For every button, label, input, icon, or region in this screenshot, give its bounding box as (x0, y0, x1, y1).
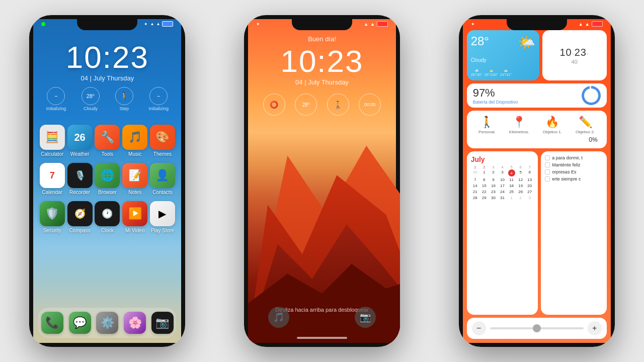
weather-widget[interactable]: 28° 🌤️ Cloudy ☁️28°/30° ⛅26°/100° 🌥️23°/… (467, 30, 539, 80)
cal-d-15: 15 (480, 183, 489, 189)
svg-marker-3 (248, 264, 400, 343)
lock-music-icon[interactable]: 🎵 (268, 307, 289, 328)
app-calendar[interactable]: 7 Calendar (38, 163, 66, 195)
browser-label: Browser (98, 190, 117, 195)
fitness-item-km: 📍 Kilómetros. (509, 116, 529, 134)
calculator-label: Calculator (41, 151, 63, 157)
app-contacts[interactable]: 👤 Contacts (149, 163, 177, 195)
forecast-2: ⛅26°/100° (485, 69, 498, 76)
app-compass[interactable]: 🧭 Compass (66, 201, 94, 233)
app-clock[interactable]: 🕐 Clock (94, 201, 121, 233)
lock-time: 10:23 (248, 43, 396, 79)
notes-icon: 📝 (122, 163, 147, 188)
mivideo-icon: ▶️ (122, 201, 147, 226)
bottom-widget-row: July 1 2 3 4 5 6 7 30 1 2 3 (467, 151, 607, 315)
status-icons-1: ✦ ▲ ▲ (144, 21, 173, 27)
widget-step-circle: 🚶 (115, 87, 133, 105)
cal-d-14: 14 (471, 183, 479, 189)
clock-icon: 🕐 (95, 201, 120, 226)
battery-icon3 (592, 21, 603, 27)
volume-thumb[interactable] (533, 324, 541, 332)
dock-settings[interactable]: ⚙️ (96, 312, 118, 334)
dock-lotus[interactable]: 🌸 (124, 312, 146, 334)
fitness-obj2-label: Objetivo 2. (576, 130, 595, 134)
cal-d-7: 7 (471, 177, 479, 183)
phone2-lock: ✦ ▲ ▲ Buen día! 10:23 04 | July Thursday… (244, 15, 400, 347)
fitness-pen-icon: ✏️ (579, 116, 592, 129)
widget-circle1: − (47, 87, 65, 105)
dock: 📞 💬 ⚙️ 🌸 📷 (38, 308, 176, 338)
volume-slider[interactable] (490, 327, 584, 329)
cal-h3: 3 (489, 165, 498, 169)
app-grid: 🧮 Calculator 26 Weather 🔧 Tools 🎵 Music … (38, 125, 176, 239)
app-tools[interactable]: 🔧 Tools (94, 125, 121, 157)
cal-d-2: 2 (489, 169, 498, 176)
fitness-obj1-label: Objetivo 1. (543, 130, 562, 134)
lock-camera-icon[interactable]: 📷 (355, 307, 376, 328)
cal-d-31: 31 (498, 195, 507, 201)
cal-h7: 7 (525, 165, 534, 169)
battery-icon (162, 21, 173, 27)
status-bar-2: ✦ ▲ ▲ (248, 21, 396, 27)
security-label: Security (43, 228, 61, 233)
weather-forecast: ☁️28°/30° ⛅26°/100° 🌥️23°/31° (471, 69, 535, 76)
calendar-label: Calendar (42, 190, 62, 195)
cal-h5: 5 (507, 165, 516, 169)
playstore-label: Play Store (151, 228, 174, 233)
note-checkbox-1 (545, 155, 550, 160)
battery-text: 97% Batería del Dispositivo (473, 86, 578, 105)
recorder-label: Recorder (69, 190, 90, 195)
cal-d-30b: 30 (489, 195, 498, 201)
dock-phone[interactable]: 📞 (41, 312, 63, 334)
volume-minus-button[interactable]: − (472, 321, 486, 335)
themes-label: Themes (153, 151, 172, 157)
volume-plus-button[interactable]: + (588, 321, 602, 335)
cal-d-8: 8 (480, 177, 489, 183)
dock-camera[interactable]: 📷 (151, 312, 174, 334)
notes-widget[interactable]: a para dormir, t Manténte feliz orpresas… (541, 151, 606, 315)
cal-h6: 6 (516, 165, 525, 169)
note-text-4: erte siempre c (552, 176, 581, 182)
top-widget-row: 28° 🌤️ Cloudy ☁️28°/30° ⛅26°/100° 🌥️23°/… (467, 30, 607, 80)
clock-widget[interactable]: 10·23· 40 (542, 30, 607, 80)
app-browser[interactable]: 🌐 Browser (94, 163, 121, 195)
volume-widget[interactable]: − + (467, 318, 607, 339)
app-calculator[interactable]: 🧮 Calculator (38, 125, 66, 157)
app-notes[interactable]: 📝 Notes (121, 163, 149, 195)
cal-d-3b: 3 (525, 195, 534, 201)
cal-d-9: 9 (489, 177, 498, 183)
cal-d-20: 20 (525, 183, 534, 189)
app-mivideo[interactable]: ▶️ Mi Video (121, 201, 149, 233)
app-recorder[interactable]: 🎙️ Recorder (66, 163, 94, 195)
signal-icon: ▲ (150, 22, 154, 26)
cal-d-27: 27 (525, 189, 534, 195)
fitness-widget[interactable]: 🚶 Personal. 📍 Kilómetros. 🔥 Objetivo 1. … (467, 111, 607, 148)
app-playstore[interactable]: ▶ Play Store (149, 201, 177, 233)
music-label: Music (128, 151, 141, 157)
app-themes[interactable]: 🎨 Themes (149, 125, 177, 157)
widget-weather: 28° Cloudy (82, 87, 100, 111)
note-item-4: erte siempre c (545, 176, 602, 182)
cal-d-4-today: 4 (508, 169, 515, 176)
cal-d-19: 19 (516, 183, 525, 189)
cal-d-30: 30 (471, 169, 479, 176)
app-security[interactable]: 🛡️ Security (38, 201, 66, 233)
calendar-widget[interactable]: July 1 2 3 4 5 6 7 30 1 2 3 (467, 151, 538, 315)
app-music[interactable]: 🎵 Music (121, 125, 149, 157)
cal-d-29: 29 (480, 195, 489, 201)
cal-d-21: 21 (471, 189, 479, 195)
note-text-1: a para dormir, t (552, 155, 583, 160)
music-icon: 🎵 (122, 125, 147, 150)
battery-label: Batería del Dispositivo (473, 100, 578, 105)
note-text-3: orpresas Es (552, 169, 576, 174)
widget-initializing1: − Initializing (46, 87, 66, 111)
app-row-2: 7 Calendar 🎙️ Recorder 🌐 Browser 📝 Notes… (38, 163, 176, 195)
cal-d-11: 11 (507, 177, 516, 183)
dock-messages[interactable]: 💬 (69, 312, 91, 334)
cal-d-13: 13 (525, 177, 534, 183)
battery-widget[interactable]: 97% Batería del Dispositivo (467, 83, 607, 108)
contacts-label: Contacts (152, 190, 172, 195)
forecast-1: ☁️28°/30° (471, 69, 482, 76)
app-weather[interactable]: 26 Weather (66, 125, 94, 157)
mivideo-label: Mi Video (125, 228, 145, 233)
